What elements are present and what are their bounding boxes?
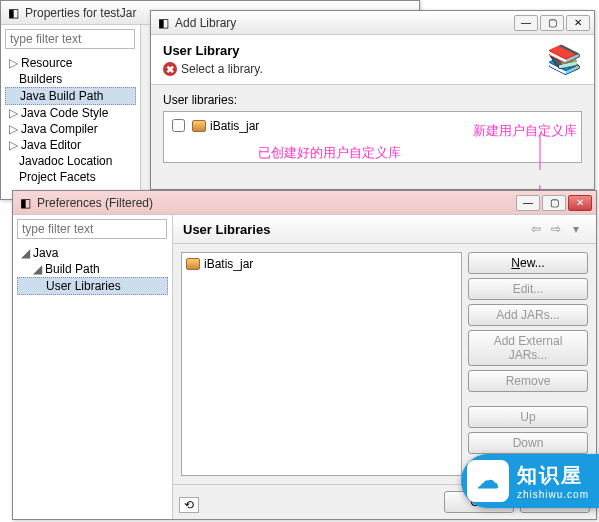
tree-build-path[interactable]: ◢Build Path	[17, 261, 168, 277]
prefs-filter-input[interactable]	[17, 219, 167, 239]
add-jars-button[interactable]: Add JARs...	[468, 304, 588, 326]
close-button[interactable]: ✕	[568, 195, 592, 211]
library-item[interactable]: iBatis_jar	[186, 257, 457, 271]
books-icon: 📚	[547, 43, 582, 76]
nav-back-icon[interactable]: ⇦	[526, 221, 546, 237]
collapse-icon: ◢	[31, 262, 43, 276]
addlib-title: Add Library	[175, 16, 514, 30]
eclipse-icon: ◧	[17, 195, 33, 211]
nav-menu-icon[interactable]: ▾	[566, 221, 586, 237]
tree-resource[interactable]: ▷Resource	[5, 55, 136, 71]
nav-forward-icon[interactable]: ⇨	[546, 221, 566, 237]
prefs-tree: ◢Java ◢Build Path User Libraries	[13, 243, 172, 297]
down-button[interactable]: Down	[468, 432, 588, 454]
edit-button[interactable]: Edit...	[468, 278, 588, 300]
new-button[interactable]: NNew...ew...	[468, 252, 588, 274]
library-checkbox[interactable]	[172, 119, 185, 132]
collapse-icon: ◢	[19, 246, 31, 260]
addlib-heading: User Library	[163, 43, 547, 58]
annotation-new: 新建用户自定义库	[473, 122, 577, 140]
expand-icon: ▷	[7, 122, 19, 136]
tree-java[interactable]: ◢Java	[17, 245, 168, 261]
tree-javadoc-location[interactable]: Javadoc Location	[5, 153, 136, 169]
add-external-jars-button[interactable]: Add External JARs...	[468, 330, 588, 366]
jar-icon	[186, 258, 200, 270]
properties-filter-input[interactable]	[5, 29, 135, 49]
addlib-subtext: Select a library.	[181, 62, 263, 76]
library-name: iBatis_jar	[210, 119, 259, 133]
tree-project-facets[interactable]: Project Facets	[5, 169, 136, 185]
properties-tree: ▷Resource Builders Java Build Path ▷Java…	[1, 53, 140, 187]
tree-java-code-style[interactable]: ▷Java Code Style	[5, 105, 136, 121]
library-name: iBatis_jar	[204, 257, 253, 271]
expand-icon: ▷	[7, 138, 19, 152]
eclipse-icon: ◧	[5, 5, 21, 21]
tree-java-build-path[interactable]: Java Build Path	[5, 87, 136, 105]
jar-icon	[192, 120, 206, 132]
up-button[interactable]: Up	[468, 406, 588, 428]
annotation-created: 已创建好的用户自定义库	[258, 144, 401, 162]
close-button[interactable]: ✕	[566, 15, 590, 31]
tree-builders[interactable]: Builders	[5, 71, 136, 87]
watermark-domain: zhishiwu.com	[517, 489, 589, 500]
tree-user-libraries[interactable]: User Libraries	[17, 277, 168, 295]
remove-button[interactable]: Remove	[468, 370, 588, 392]
error-icon: ✖	[163, 62, 177, 76]
maximize-button[interactable]: ▢	[542, 195, 566, 211]
prefs-title: Preferences (Filtered)	[37, 196, 516, 210]
eclipse-icon: ◧	[155, 15, 171, 31]
watermark: ☁ 知识屋 zhishiwu.com	[461, 454, 599, 508]
restore-defaults-icon[interactable]: ⟲	[179, 497, 199, 513]
prefs-library-list[interactable]: iBatis_jar	[181, 252, 462, 476]
expand-icon: ▷	[7, 106, 19, 120]
expand-icon: ▷	[7, 56, 19, 70]
user-libraries-label: User libraries:	[163, 93, 582, 107]
tree-java-editor[interactable]: ▷Java Editor	[5, 137, 136, 153]
watermark-name: 知识屋	[517, 462, 589, 489]
tree-java-compiler[interactable]: ▷Java Compiler	[5, 121, 136, 137]
minimize-button[interactable]: —	[516, 195, 540, 211]
watermark-logo-icon: ☁	[467, 460, 509, 502]
maximize-button[interactable]: ▢	[540, 15, 564, 31]
prefs-page-title: User Libraries	[183, 222, 526, 237]
minimize-button[interactable]: —	[514, 15, 538, 31]
